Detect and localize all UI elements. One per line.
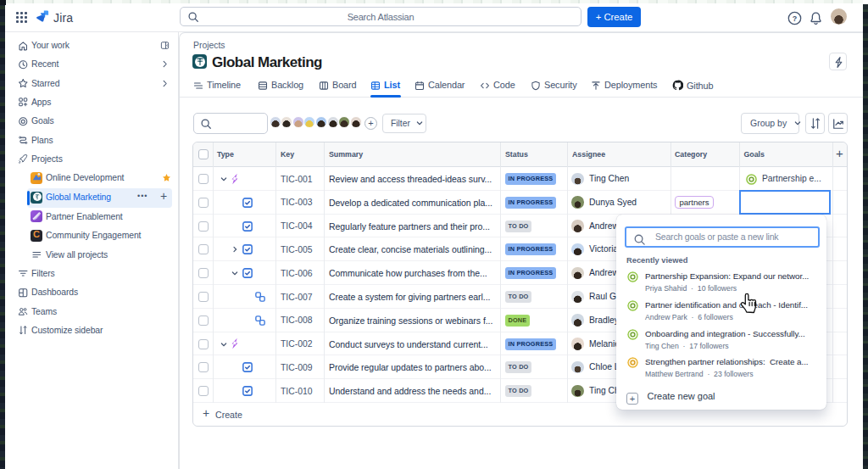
svg-text:?: ? [793,14,797,23]
